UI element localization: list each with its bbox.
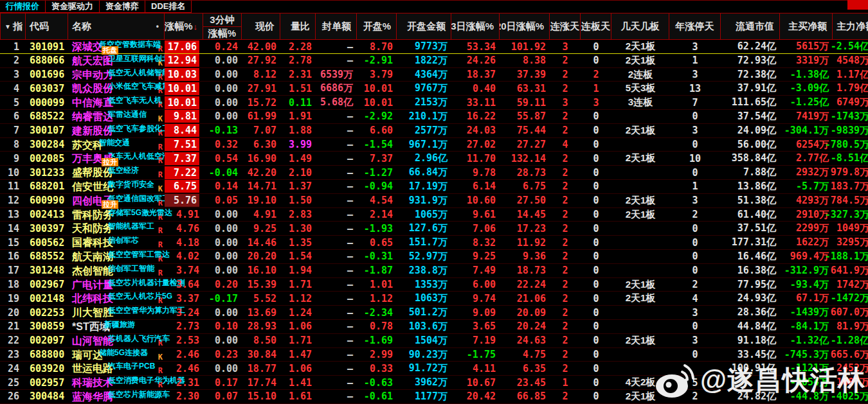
stock-name-cell[interactable]: 中信海直低空飞车无人机R <box>68 96 165 109</box>
stock-name[interactable]: 盛帮股份 <box>68 166 113 179</box>
stock-name-cell[interactable]: 航天南湖低空空管军工雷达R <box>68 250 165 263</box>
stock-name[interactable]: 天和防务 <box>68 222 113 235</box>
col-header-vol-ratio[interactable]: 量比 <box>280 13 316 40</box>
col-header-3d-change[interactable]: 3日涨幅% <box>451 13 500 40</box>
stock-name[interactable]: 杰创智能 <box>68 264 113 277</box>
table-row[interactable]: 23688800瑞可达储能5G连接器K2.460.2330.841.47—2.9… <box>0 348 868 362</box>
table-row[interactable]: 11688201信安世纪数字货币安全K6.750.1414.711.37—-0.… <box>0 180 868 194</box>
table-row[interactable]: 1301091深城交低空空管数据车端托盘R17.060.2442.002.28—… <box>0 40 868 54</box>
stock-name-cell[interactable]: 深城交低空空管数据车端托盘R <box>68 40 165 53</box>
stock-name[interactable]: 世运电路 <box>68 362 113 375</box>
stock-name-cell[interactable]: 信安世纪数字货币安全K <box>68 180 165 193</box>
tab-fund-drive[interactable]: 资金驱动力 <box>45 1 100 13</box>
table-row[interactable]: 25002957科瑞技术低空消费电子华为机器R2.310.1717.741.41… <box>0 376 868 390</box>
stock-name[interactable]: 信安世纪 <box>68 180 113 193</box>
stock-name[interactable]: 国睿科技 <box>68 236 113 249</box>
col-header-code[interactable]: 代码 <box>26 13 68 40</box>
stock-name-cell[interactable]: 万丰奥威飞车无人机低空汽车拉升R <box>68 152 165 165</box>
stock-name[interactable]: 瑞可达 <box>68 348 103 362</box>
tab-fund-game[interactable]: 资金博弈 <box>99 1 145 13</box>
table-row[interactable]: 9002085万丰奥威飞车无人机低空汽车拉升R7.370.5416.901.49… <box>0 152 868 166</box>
table-row[interactable]: 3001696宗申动力低空无人机储智能氢军R10.030.008.122.316… <box>0 68 868 82</box>
stock-name[interactable]: 苏交科 <box>68 138 103 152</box>
col-header-3min-change[interactable]: 3分钟涨幅% <box>203 13 242 40</box>
table-row[interactable]: 2688066航天宏图卫星互联网科创北斗K12.940.0027.922.78—… <box>0 54 868 68</box>
col-header-name[interactable]: 名称• <box>68 13 165 40</box>
stock-name-cell[interactable]: *ST西域新疆旅游 <box>68 320 165 333</box>
stock-name[interactable]: 纳睿雷达 <box>68 110 113 123</box>
stock-name-cell[interactable]: 宗申动力低空无人机储智能氢军R <box>68 68 165 82</box>
table-row[interactable]: 10301233盛帮股份低空经济R7.22-0.0442.202.10—-1.2… <box>0 166 868 180</box>
col-header-20d-change[interactable]: 20日涨幅% <box>500 13 550 40</box>
table-row[interactable]: 7300107建新股份低空飞车参股化工R8.44-0.137.071.88—6.… <box>0 124 868 138</box>
stock-name[interactable]: 广电计量 <box>68 278 113 292</box>
col-header-boards[interactable]: 几天几板 <box>611 13 669 40</box>
col-header-up-days[interactable]: 连涨天 <box>550 13 581 40</box>
stock-name[interactable]: 宗申动力 <box>68 68 113 82</box>
col-header-year-limits[interactable]: 年涨停天 <box>669 13 721 40</box>
stock-name-cell[interactable]: 凯众股份小米低空飞车减震龙头R <box>68 82 165 95</box>
stock-name-cell[interactable]: 航天宏图卫星互联网科创北斗K <box>68 54 165 67</box>
table-row[interactable]: 13002413雷科防务存储军5G激光雷达R4.910.004.912.83—2… <box>0 208 868 222</box>
stock-name-cell[interactable]: 川大智胜低空空管华为算力军工 <box>68 306 165 319</box>
stock-name-cell[interactable]: 科瑞技术低空消费电子华为机器R <box>68 376 165 389</box>
stock-name-cell[interactable]: 国睿科技信创军芯R <box>68 236 165 249</box>
table-row[interactable]: 24603920世运电路汽车电子PCBR2.460.0018.771.06—0.… <box>0 362 868 376</box>
stock-name[interactable]: 科瑞技术 <box>68 376 113 389</box>
3min-change: 0.00 <box>203 54 242 67</box>
table-row[interactable]: 22002097山河智能芯机器人飞行汽车R2.530.008.501.71—-1… <box>0 334 868 348</box>
stock-name[interactable]: 蓝海华腾 <box>68 390 113 403</box>
table-row[interactable]: 4603037凯众股份小米低空飞车减震龙头R10.010.0027.911.51… <box>0 82 868 96</box>
stock-name-cell[interactable]: 世运电路汽车电子PCBR <box>68 362 165 375</box>
stock-name-cell[interactable]: 雷科防务存储军5G激光雷达R <box>68 208 165 222</box>
stock-name[interactable]: 北纬科技 <box>68 292 113 305</box>
col-header-mkt-cap[interactable]: 流通市值 <box>721 13 780 40</box>
stock-name[interactable]: 中信海直 <box>68 96 113 109</box>
col-header-main-net[interactable]: 主力净额 <box>833 13 868 40</box>
table-row[interactable]: 12600990四创电子低空通信国改军工拉升R5.760.0519.101.50… <box>0 194 868 208</box>
stock-name-cell[interactable]: 四创电子低空通信国改军工拉升R <box>68 194 165 207</box>
stock-name-cell[interactable]: 广电计量低空芯片机器计量检测 <box>68 278 165 292</box>
stock-name[interactable]: 航天宏图 <box>68 54 113 67</box>
stock-name[interactable]: 凯众股份 <box>68 82 113 95</box>
col-header-open-amount[interactable]: 开盘金额 <box>397 13 451 40</box>
stock-name-cell[interactable]: 建新股份低空飞车参股化工R <box>68 124 165 137</box>
stock-name-cell[interactable]: 苏交科智能交通R <box>68 138 165 152</box>
stock-name-cell[interactable]: 盛帮股份低空经济R <box>68 166 165 179</box>
table-row[interactable]: 5000099中信海直低空飞车无人机R10.010.0015.720.115.6… <box>0 96 868 110</box>
tab-dde-rank[interactable]: DDE排名 <box>145 1 192 13</box>
table-row[interactable]: 26300484蓝海华腾低空芯片新能源车2.300.0715.101.61—-0… <box>0 390 868 404</box>
stock-name[interactable]: 雷科防务 <box>68 208 113 222</box>
stock-name-cell[interactable]: 杰创智能信创军工智能R <box>68 264 165 277</box>
stock-name-cell[interactable]: 北纬科技低空无人机芯片5GR <box>68 292 165 305</box>
table-row[interactable]: 20002253川大智胜低空空管华为算力军工3.240.0013.691.24—… <box>0 306 868 320</box>
col-header-open-pct[interactable]: 开盘% <box>357 13 397 40</box>
col-header-main-buy[interactable]: 主买净额 <box>780 13 833 40</box>
stock-name[interactable]: *ST西域 <box>68 320 110 333</box>
col-header-index[interactable]: ▼指 <box>0 13 26 40</box>
col-header-seal-amount[interactable]: 封单额 <box>316 13 357 40</box>
stock-name[interactable]: 川大智胜 <box>68 306 113 319</box>
table-row[interactable]: 17301248杰创智能信创军工智能R3.740.0016.101.94—-1.… <box>0 264 868 278</box>
table-row[interactable]: 6688522纳睿雷达军雷达通信K9.810.0061.991.91—-2.92… <box>0 110 868 124</box>
stock-name-cell[interactable]: 纳睿雷达军雷达通信K <box>68 110 165 123</box>
table-row[interactable]: 18002967广电计量低空芯片机器计量检测3.640.2015.391.71—… <box>0 278 868 292</box>
col-header-price[interactable]: 现价 <box>242 13 280 40</box>
table-row[interactable]: 19002148北纬科技低空无人机芯片5GR3.37-0.175.521.12—… <box>0 292 868 306</box>
stock-name-cell[interactable]: 蓝海华腾低空芯片新能源车 <box>68 390 165 403</box>
stock-name[interactable]: 建新股份 <box>68 124 113 137</box>
table-row[interactable]: 14300397天和防务智能机器军工R4.760.009.251.30—-1.9… <box>0 222 868 236</box>
stock-name[interactable]: 山河智能 <box>68 334 113 347</box>
col-header-change[interactable]: 涨幅%↓ <box>165 13 203 40</box>
table-row[interactable]: 16688552航天南湖低空空管军工雷达R4.020.0020.201.54—-… <box>0 250 868 264</box>
col-header-limit-days[interactable]: 连板天 <box>581 13 611 40</box>
stock-name[interactable]: 深城交 <box>68 40 103 53</box>
table-row[interactable]: 21300859*ST西域新疆旅游2.730.1028.931.06—0.781… <box>0 320 868 334</box>
stock-name-cell[interactable]: 瑞可达储能5G连接器K <box>68 348 165 362</box>
table-row[interactable]: 15600562国睿科技信创军芯R4.180.0014.461.35—0.651… <box>0 236 868 250</box>
table-row[interactable]: 8300284苏交科智能交通R7.510.326.303.99—-1.54967… <box>0 138 868 152</box>
stock-name[interactable]: 航天南湖 <box>68 250 113 263</box>
tab-quote-report[interactable]: 行情报价 <box>0 1 46 13</box>
stock-name-cell[interactable]: 山河智能芯机器人飞行汽车R <box>68 334 165 347</box>
stock-name-cell[interactable]: 天和防务智能机器军工R <box>68 222 165 235</box>
